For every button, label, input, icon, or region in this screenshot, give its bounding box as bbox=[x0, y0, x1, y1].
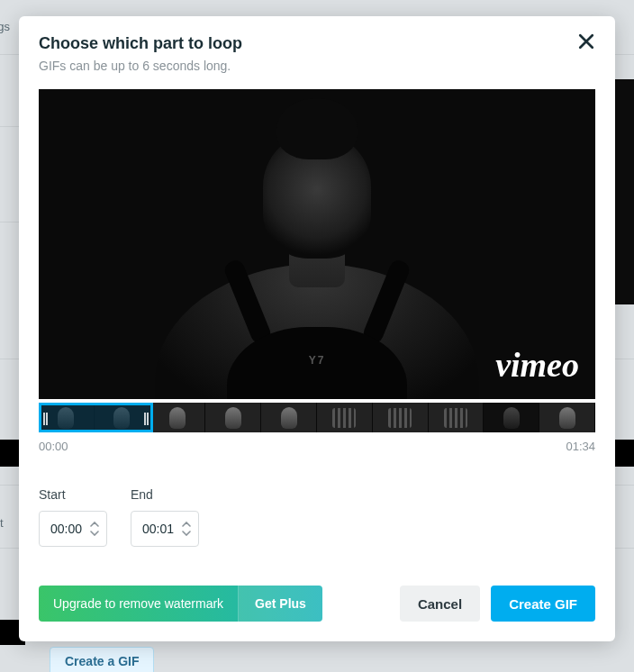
end-time-value: 00:01 bbox=[131, 522, 178, 536]
chevron-down-icon[interactable] bbox=[90, 530, 99, 536]
create-gif-button[interactable]: Create GIF bbox=[491, 586, 595, 622]
get-plus-button[interactable]: Get Plus bbox=[238, 586, 322, 622]
timeline-thumb[interactable] bbox=[261, 403, 317, 432]
bg-fragment: ngs bbox=[0, 20, 10, 33]
timeline-thumb[interactable] bbox=[205, 403, 261, 432]
timeline-scrubber[interactable] bbox=[39, 403, 595, 432]
end-time-input[interactable]: 00:01 bbox=[131, 511, 199, 547]
upgrade-text: Upgrade to remove watermark bbox=[39, 596, 238, 611]
timeline-thumb[interactable] bbox=[317, 403, 373, 432]
modal-title: Choose which part to loop bbox=[39, 34, 595, 53]
chevron-up-icon[interactable] bbox=[90, 522, 99, 528]
time-fields: Start 00:00 End 00:01 bbox=[39, 487, 595, 547]
vimeo-watermark: vimeo bbox=[495, 345, 579, 385]
selection-range-handle[interactable] bbox=[39, 403, 153, 432]
modal-header: Choose which part to loop GIFs can be up… bbox=[19, 16, 615, 73]
timeline-thumb[interactable] bbox=[539, 403, 595, 432]
figure-hair bbox=[276, 98, 358, 159]
close-icon bbox=[578, 33, 594, 53]
end-label: End bbox=[131, 487, 199, 502]
shirt-text: Y7 bbox=[309, 354, 326, 367]
create-gif-bg-button[interactable]: Create a GIF bbox=[50, 647, 154, 672]
end-stepper bbox=[178, 522, 195, 536]
timeline-times: 00:00 01:34 bbox=[39, 440, 595, 453]
start-field: Start 00:00 bbox=[39, 487, 107, 547]
gif-loop-modal: Choose which part to loop GIFs can be up… bbox=[19, 16, 615, 641]
chevron-up-icon[interactable] bbox=[182, 522, 191, 528]
timeline-thumb[interactable] bbox=[429, 403, 485, 432]
timeline-thumb[interactable] bbox=[150, 403, 206, 432]
chevron-down-icon[interactable] bbox=[182, 530, 191, 536]
close-button[interactable] bbox=[575, 32, 597, 54]
modal-subtitle: GIFs can be up to 6 seconds long. bbox=[39, 59, 595, 73]
video-preview[interactable]: Y7 vimeo bbox=[39, 89, 595, 399]
upgrade-banner[interactable]: Upgrade to remove watermark Get Plus bbox=[39, 586, 322, 622]
modal-footer: Upgrade to remove watermark Get Plus Can… bbox=[19, 560, 615, 641]
timeline-thumb[interactable] bbox=[373, 403, 429, 432]
video-area: Y7 vimeo 00:00 01:34 bbox=[39, 89, 595, 453]
timeline-start-time: 00:00 bbox=[39, 440, 68, 453]
start-time-input[interactable]: 00:00 bbox=[39, 511, 107, 547]
start-time-value: 00:00 bbox=[40, 522, 86, 536]
bg-fragment: dit bbox=[0, 516, 4, 530]
timeline-thumb[interactable] bbox=[484, 403, 539, 432]
end-field: End 00:01 bbox=[131, 487, 199, 547]
cancel-button[interactable]: Cancel bbox=[400, 586, 480, 622]
timeline-end-time: 01:34 bbox=[566, 440, 595, 453]
start-stepper bbox=[86, 522, 103, 536]
start-label: Start bbox=[39, 487, 107, 502]
